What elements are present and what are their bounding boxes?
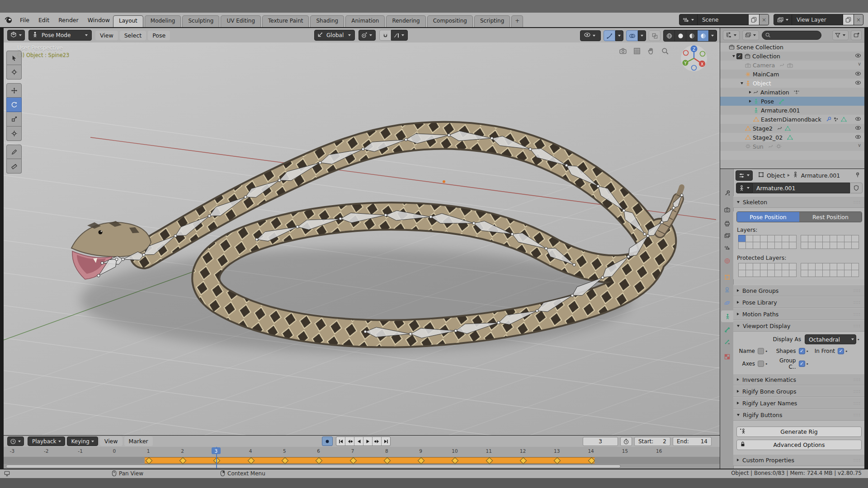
navigation-gizmo[interactable]: Z X Y bbox=[680, 44, 708, 74]
viewport-canvas[interactable]: User Perspective (3) Object : Spine23 Z bbox=[4, 42, 720, 435]
layer-cell[interactable] bbox=[822, 263, 830, 270]
panel-viewport-display[interactable]: Viewport Display:::: bbox=[733, 320, 864, 332]
layer-cell[interactable] bbox=[851, 242, 859, 249]
layer-cell[interactable] bbox=[760, 270, 768, 277]
timeline-scrollbar-thumb[interactable] bbox=[6, 465, 621, 468]
hide-eye-icon[interactable] bbox=[855, 116, 861, 123]
layer-cell[interactable] bbox=[789, 242, 797, 249]
layer-cell[interactable] bbox=[753, 270, 760, 277]
layer-cell[interactable] bbox=[808, 270, 816, 277]
xray-toggle[interactable] bbox=[649, 30, 660, 41]
new-scene-button[interactable] bbox=[748, 14, 759, 25]
layer-cell[interactable] bbox=[851, 263, 859, 270]
layer-cell[interactable] bbox=[844, 270, 852, 277]
layer-cell[interactable] bbox=[844, 263, 852, 270]
panel-rigify-bone-groups[interactable]: Rigify Bone Groups:::: bbox=[733, 385, 864, 397]
new-collection-button[interactable] bbox=[851, 30, 862, 40]
outliner-search-input[interactable] bbox=[762, 31, 821, 40]
axes-checkbox[interactable] bbox=[758, 361, 764, 367]
zoom-icon[interactable] bbox=[661, 47, 669, 57]
timeline-scrollbar[interactable] bbox=[4, 464, 720, 469]
hide-eye-icon[interactable] bbox=[855, 80, 861, 87]
scene-name[interactable]: Scene bbox=[698, 17, 748, 23]
delete-scene-button[interactable]: × bbox=[759, 14, 769, 25]
properties-tab-object-data[interactable] bbox=[721, 310, 734, 322]
tab-texture-paint[interactable]: Texture Paint bbox=[262, 15, 309, 27]
menu-file[interactable]: File bbox=[15, 15, 34, 25]
shading-solid-button[interactable] bbox=[675, 30, 686, 41]
tab-layout[interactable]: Layout bbox=[113, 15, 143, 27]
outliner-row-collection[interactable]: ✓Collection bbox=[720, 52, 864, 61]
object-visibility-dropdown[interactable] bbox=[580, 30, 601, 41]
pan-hand-icon[interactable] bbox=[647, 47, 655, 57]
tab-modeling[interactable]: Modeling bbox=[145, 15, 181, 27]
properties-tab-constraints[interactable] bbox=[721, 284, 733, 296]
camera-view-icon[interactable] bbox=[619, 47, 627, 57]
menu-edit[interactable]: Edit bbox=[34, 15, 54, 25]
layer-cell[interactable] bbox=[767, 235, 775, 242]
layer-cell[interactable] bbox=[789, 263, 797, 270]
display-as-dropdown[interactable]: Octahedral bbox=[805, 334, 856, 344]
tool-transform[interactable] bbox=[6, 127, 22, 141]
layer-cell[interactable] bbox=[738, 235, 746, 242]
layer-cell[interactable] bbox=[815, 242, 823, 249]
play-reverse-button[interactable] bbox=[354, 437, 363, 446]
layer-cell[interactable] bbox=[789, 235, 797, 242]
hide-eye-icon[interactable] bbox=[855, 125, 861, 132]
properties-tab-texture[interactable] bbox=[721, 351, 733, 362]
collection-checkbox[interactable]: ✓ bbox=[736, 53, 742, 59]
scene-icon[interactable] bbox=[679, 14, 698, 25]
advanced-options-button[interactable]: Advanced Options bbox=[736, 440, 862, 450]
playhead[interactable]: 3 bbox=[216, 447, 217, 469]
layer-cell[interactable] bbox=[774, 242, 782, 249]
outliner-display-mode-dropdown[interactable] bbox=[742, 30, 759, 40]
menu-window[interactable]: Window bbox=[83, 15, 114, 25]
properties-tab-render[interactable] bbox=[721, 204, 733, 216]
layer-cell[interactable] bbox=[844, 242, 852, 249]
overlays-dropdown[interactable] bbox=[638, 30, 646, 41]
layer-cell[interactable] bbox=[753, 263, 760, 270]
panel-motion-paths[interactable]: Motion Paths:::: bbox=[733, 308, 864, 320]
use-preview-range-button[interactable] bbox=[620, 437, 632, 446]
layer-cell[interactable] bbox=[830, 235, 837, 242]
layer-cell[interactable] bbox=[782, 235, 789, 242]
tool-rotate[interactable] bbox=[6, 98, 22, 112]
properties-tab-bone-constraint[interactable] bbox=[721, 336, 733, 347]
layer-cell[interactable] bbox=[760, 235, 768, 242]
viewport-menu-select[interactable]: Select bbox=[120, 31, 146, 40]
layer-cell[interactable] bbox=[767, 270, 775, 277]
layer-cell[interactable] bbox=[774, 263, 782, 270]
viewport-menu-view[interactable]: View bbox=[95, 31, 118, 40]
tool-scale[interactable] bbox=[6, 112, 22, 127]
editor-type-button-timeline[interactable] bbox=[7, 436, 24, 446]
properties-tab-world[interactable] bbox=[721, 255, 733, 267]
shapes-checkbox[interactable]: ✓ bbox=[799, 348, 805, 354]
layer-cell[interactable] bbox=[745, 263, 753, 270]
menu-render[interactable]: Render bbox=[54, 15, 83, 25]
layer-cell[interactable] bbox=[801, 235, 808, 242]
gizmo-dropdown[interactable] bbox=[615, 30, 623, 41]
properties-tab-bone[interactable] bbox=[721, 324, 733, 335]
outliner-row-stage2[interactable]: Stage2 bbox=[720, 124, 864, 133]
timeline-menu-playback[interactable]: Playback bbox=[28, 436, 65, 446]
layer-cell[interactable] bbox=[774, 270, 782, 277]
pin-icon[interactable] bbox=[854, 172, 861, 179]
layer-cell[interactable] bbox=[782, 263, 789, 270]
timeline-track[interactable] bbox=[4, 457, 720, 464]
shading-material-button[interactable] bbox=[686, 30, 698, 41]
outliner-row-armature-001[interactable]: Armature.001 bbox=[720, 106, 864, 115]
tool-annotate[interactable] bbox=[6, 145, 22, 159]
layer-cell[interactable] bbox=[745, 235, 753, 242]
outliner-row-object[interactable]: Object bbox=[720, 79, 864, 88]
layer-cell[interactable] bbox=[822, 270, 830, 277]
properties-tab-physics[interactable] bbox=[721, 297, 733, 309]
editor-type-button-properties[interactable] bbox=[736, 170, 753, 181]
panel-rigify-layer-names[interactable]: Rigify Layer Names:::: bbox=[733, 397, 864, 409]
layer-cell[interactable] bbox=[738, 242, 746, 249]
show-overlays-toggle[interactable] bbox=[626, 30, 638, 41]
transform-orientation-dropdown[interactable]: Global bbox=[314, 30, 355, 41]
previous-keyframe-button[interactable] bbox=[345, 437, 354, 446]
viewport-menu-pose[interactable]: Pose bbox=[148, 31, 170, 40]
tab-compositing[interactable]: Compositing bbox=[427, 15, 473, 27]
layer-cell[interactable] bbox=[837, 270, 844, 277]
